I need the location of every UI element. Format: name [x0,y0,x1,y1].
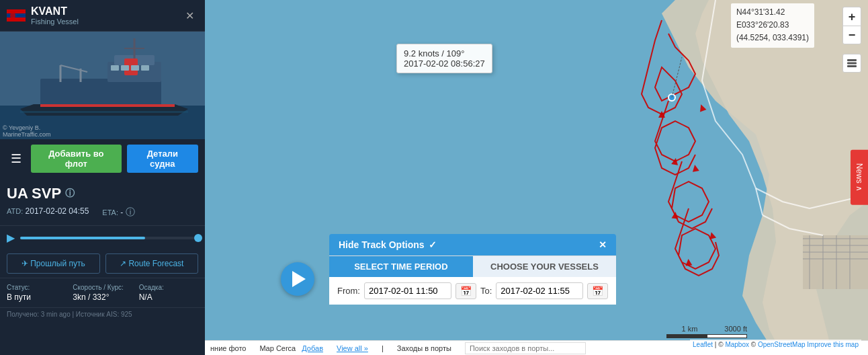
vessel-nav: ✈ Прошлый путь ↗ Route Forecast [0,249,205,278]
from-label: From: [337,286,360,296]
coords-display: N44°31'31.42 E033°26'20.83 (44.5254, 033… [731,3,814,48]
image-credit: © Yevgeniy B.MarineTraffic.com [3,124,51,138]
svg-rect-22 [847,65,857,67]
svg-marker-1 [695,0,868,355]
progress-track[interactable] [20,237,198,239]
map-layers-button[interactable] [842,54,861,73]
svg-marker-13 [672,212,679,219]
route-forecast-button[interactable]: ↗ Route Forecast [105,253,199,274]
svg-rect-2 [803,235,868,289]
past-track-button[interactable]: ✈ Прошлый путь [7,253,100,274]
bottom-divider: | [382,344,384,352]
track-options-tabs: SELECT TIME PERIOD CHOOSE YOUR VESSELS [329,255,616,277]
svg-rect-39 [131,65,139,71]
svg-marker-11 [658,111,665,118]
svg-rect-38 [121,65,129,71]
tab-choose-vessels[interactable]: CHOOSE YOUR VESSELS [473,256,617,277]
draft-value: N/A [139,292,198,302]
svg-marker-16 [691,164,699,172]
attribution-sep: | © [715,341,726,348]
playback-bar: ▶ [0,226,205,249]
atd-value: 2017-02-02 04:55 [26,206,89,216]
date-range-row: From: 📅 To: 📅 [337,282,608,299]
vessel-type: Fishing Vessel [31,17,176,26]
svg-marker-17 [708,231,716,239]
track-close-button[interactable]: ✕ [599,239,607,250]
svg-rect-40 [141,65,149,71]
track-playback-icon: ▶ [7,231,15,244]
vessel-id: UA SVP ⓘ [7,185,198,202]
progress-fill [20,237,145,239]
play-button[interactable] [281,262,314,296]
vessel-info: UA SVP ⓘ ATD: 2017-02-02 04:55 ETA: - ⓘ [0,178,205,226]
bottom-view-all[interactable]: View all » [337,344,368,352]
tooltip-time: 2017-02-02 08:56:27 [404,58,485,69]
svg-marker-15 [698,104,707,112]
add-to-fleet-button[interactable]: Добавить во флот [31,145,122,173]
svg-rect-37 [111,65,119,71]
tab-select-time[interactable]: SELECT TIME PERIOD [329,256,473,277]
status-value: В пути [7,292,66,302]
svg-rect-26 [7,17,26,22]
track-options-header: Hide Track Options ✓ ✕ [329,234,616,255]
svg-rect-44 [40,104,175,107]
zoom-in-button[interactable]: + [842,7,861,26]
vessel-info-icon[interactable]: ⓘ [65,188,75,200]
tooltip-speed: 9.2 knots / 109° [404,48,485,58]
source-info: Получено: 3 min ago | Источник AIS: 925 [7,311,132,318]
news-button[interactable]: News ∧ [851,150,868,205]
port-search-input[interactable] [465,342,586,354]
map-tooltip: 9.2 knots / 109° 2017-02-02 08:56:27 [396,44,492,73]
svg-marker-14 [685,259,693,266]
eta-block: ETA: - ⓘ [102,206,134,219]
speed-value: 3kn / 332° [73,292,132,302]
news-label: News ∧ [855,163,864,192]
panel-close-button[interactable]: ✕ [181,8,198,24]
status-block: Статус: В пути [7,284,66,302]
svg-rect-21 [847,63,857,65]
osm-link[interactable]: OpenStreetMap [758,341,806,348]
bottom-add-link[interactable]: Добав [302,344,323,352]
vessel-details-button[interactable]: Детали судна [127,145,198,173]
scale-3000ft: 3000 ft [724,325,747,333]
voyage-info: ATD: 2017-02-02 04:55 ETA: - ⓘ [7,206,198,219]
bottom-port-visits: Заходы в порты [397,344,451,352]
vessel-stats: Статус: В пути Скорость / Курс: 3kn / 33… [0,278,205,307]
svg-point-27 [10,13,15,18]
svg-marker-0 [662,0,868,355]
from-date-input[interactable] [364,282,451,299]
vessel-header: KVANT Fishing Vessel ✕ [0,0,205,32]
menu-button[interactable]: ☰ [7,149,26,169]
track-check-icon: ✓ [429,239,437,250]
zoom-out-button[interactable]: − [842,26,861,44]
svg-rect-31 [40,79,161,106]
svg-marker-12 [671,157,679,165]
track-options-panel: Hide Track Options ✓ ✕ SELECT TIME PERIO… [329,234,616,305]
speed-block: Скорость / Курс: 3kn / 332° [73,284,132,302]
track-options-body: From: 📅 To: 📅 [329,277,616,305]
from-calendar-button[interactable]: 📅 [455,283,476,299]
zoom-controls: + − [842,7,861,44]
bottom-photos: нние фото [210,344,246,352]
to-calendar-button[interactable]: 📅 [587,283,608,299]
draft-block: Осадка: N/A [139,284,198,302]
attribution-sep2: © [751,341,758,348]
improve-map-link[interactable]: Improve this map [807,341,859,348]
hide-track-label: Hide Track Options [339,239,425,250]
leaflet-link[interactable]: Leaflet [693,341,713,348]
to-date-input[interactable] [496,282,583,299]
bottom-map-cerca: Map Cerca Добав [259,344,323,352]
vessel-name-block: KVANT Fishing Vessel [31,5,176,26]
coord-dec: (44.5254, 033.4391) [736,32,809,44]
svg-rect-25 [7,13,26,17]
coord-lat: N44°31'31.42 [736,6,809,19]
mapbox-link[interactable]: Mapbox [725,341,749,348]
vessel-image: © Yevgeniy B.MarineTraffic.com [0,32,205,139]
eta-info-icon[interactable]: ⓘ [126,206,135,217]
vessel-flag [7,9,26,22]
svg-rect-24 [7,9,26,13]
coord-lon: E033°26'20.83 [736,19,809,32]
scale-bar: 1 km 3000 ft [666,325,747,338]
svg-rect-20 [847,59,857,61]
vessel-photo [0,32,205,139]
